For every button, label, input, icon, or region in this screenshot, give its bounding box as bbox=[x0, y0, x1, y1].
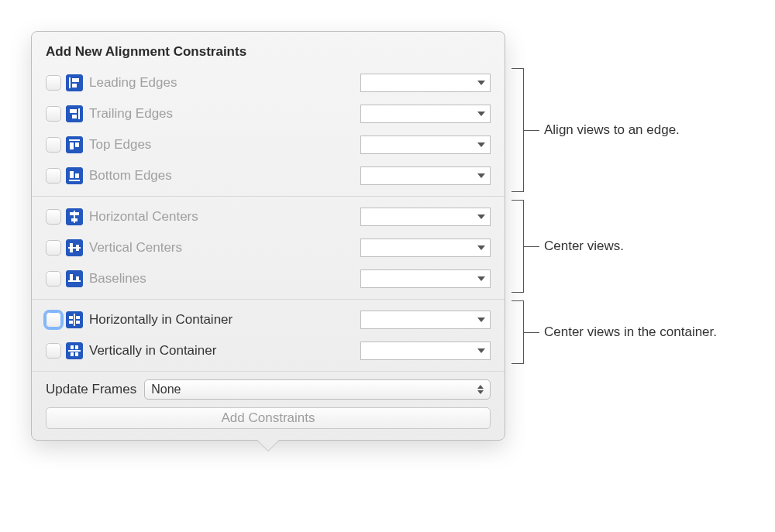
align-vcenter-icon bbox=[66, 239, 83, 256]
align-trailing-icon bbox=[66, 105, 83, 122]
align-hcontainer-icon bbox=[66, 311, 83, 328]
svg-rect-9 bbox=[69, 139, 80, 141]
vertically-in-container-value-field[interactable] bbox=[360, 342, 491, 360]
add-constraints-label: Add Constraints bbox=[222, 410, 315, 426]
horizontal-centers-label: Horizontal Centers bbox=[89, 209, 360, 225]
svg-rect-22 bbox=[70, 243, 73, 252]
alignment-constraints-popover: Add New Alignment Constraints Leading Ed… bbox=[31, 31, 505, 441]
add-constraints-button[interactable]: Add Constraints bbox=[46, 407, 491, 429]
svg-rect-30 bbox=[69, 316, 73, 319]
trailing-edges-checkbox[interactable] bbox=[46, 106, 61, 122]
vertical-centers-label: Vertical Centers bbox=[89, 240, 360, 256]
align-vcontainer-icon bbox=[66, 342, 83, 359]
edge-constraints-section: Leading EdgesTrailing EdgesTop EdgesBott… bbox=[32, 67, 505, 196]
chevron-down-icon bbox=[477, 276, 485, 281]
svg-rect-0 bbox=[66, 74, 83, 91]
vertical-centers-checkbox[interactable] bbox=[46, 240, 61, 256]
constraint-row-horizontal-centers: Horizontal Centers bbox=[46, 201, 491, 232]
align-baseline-icon bbox=[66, 270, 83, 287]
svg-rect-4 bbox=[66, 105, 83, 122]
leading-edges-checkbox[interactable] bbox=[46, 75, 61, 91]
popover-title: Add New Alignment Constraints bbox=[32, 43, 505, 67]
svg-rect-26 bbox=[70, 274, 73, 280]
trailing-edges-value-field[interactable] bbox=[360, 105, 491, 123]
center-constraints-section: Horizontal CentersVertical CentersBaseli… bbox=[32, 196, 505, 299]
horizontally-in-container-value-field[interactable] bbox=[360, 311, 491, 329]
svg-rect-10 bbox=[70, 142, 74, 149]
chevron-down-icon bbox=[477, 317, 485, 322]
container-constraints-section: Horizontally in ContainerVertically in C… bbox=[32, 299, 505, 371]
trailing-edges-label: Trailing Edges bbox=[89, 106, 360, 122]
constraint-row-vertically-in-container: Vertically in Container bbox=[46, 335, 491, 366]
svg-rect-6 bbox=[70, 109, 77, 113]
svg-rect-37 bbox=[71, 352, 74, 356]
horizontally-in-container-label: Horizontally in Container bbox=[89, 312, 360, 328]
update-frames-value: None bbox=[151, 383, 181, 396]
svg-rect-12 bbox=[66, 167, 83, 184]
svg-rect-39 bbox=[75, 352, 78, 356]
bracket-container bbox=[512, 300, 524, 364]
leading-edges-value-field[interactable] bbox=[360, 74, 491, 92]
constraint-row-vertical-centers: Vertical Centers bbox=[46, 232, 491, 263]
vertically-in-container-checkbox[interactable] bbox=[46, 343, 61, 359]
svg-rect-15 bbox=[75, 173, 79, 178]
svg-rect-11 bbox=[75, 142, 79, 147]
chevron-down-icon bbox=[477, 112, 485, 116]
svg-rect-29 bbox=[74, 314, 75, 326]
svg-rect-14 bbox=[70, 171, 74, 178]
vertical-centers-value-field[interactable] bbox=[360, 239, 491, 257]
align-bottom-icon bbox=[66, 167, 83, 184]
chevron-down-icon bbox=[477, 348, 485, 353]
update-frames-select[interactable]: None bbox=[144, 379, 491, 400]
svg-rect-36 bbox=[71, 345, 74, 349]
annotation-edges: Align views to an edge. bbox=[544, 122, 680, 138]
align-hcenter-icon bbox=[66, 208, 83, 225]
baselines-checkbox[interactable] bbox=[46, 271, 61, 287]
svg-rect-2 bbox=[72, 78, 79, 82]
constraint-row-horizontally-in-container: Horizontally in Container bbox=[46, 304, 491, 335]
horizontal-centers-checkbox[interactable] bbox=[46, 209, 61, 225]
bracket-centers bbox=[512, 200, 524, 293]
horizontal-centers-value-field[interactable] bbox=[360, 208, 491, 226]
svg-rect-5 bbox=[78, 108, 80, 119]
svg-rect-32 bbox=[69, 321, 73, 324]
leading-edges-label: Leading Edges bbox=[89, 75, 360, 91]
annotation-container: Center views in the container. bbox=[544, 324, 717, 340]
bottom-edges-checkbox[interactable] bbox=[46, 168, 61, 184]
chevron-down-icon bbox=[477, 142, 485, 147]
top-edges-value-field[interactable] bbox=[360, 136, 491, 154]
svg-rect-19 bbox=[71, 218, 78, 221]
svg-rect-31 bbox=[76, 316, 80, 319]
svg-rect-25 bbox=[68, 280, 81, 282]
svg-rect-24 bbox=[66, 270, 83, 287]
baselines-label: Baselines bbox=[89, 271, 360, 287]
horizontally-in-container-checkbox[interactable] bbox=[46, 312, 61, 328]
chevron-down-icon bbox=[477, 81, 485, 85]
update-frames-row: Update Frames None bbox=[32, 371, 505, 400]
svg-rect-18 bbox=[70, 212, 79, 215]
svg-rect-7 bbox=[72, 115, 77, 118]
constraint-row-leading-edges: Leading Edges bbox=[46, 67, 491, 98]
constraint-row-bottom-edges: Bottom Edges bbox=[46, 160, 491, 191]
top-edges-checkbox[interactable] bbox=[46, 137, 61, 153]
vertically-in-container-label: Vertically in Container bbox=[89, 343, 360, 359]
align-top-icon bbox=[66, 136, 83, 153]
bottom-edges-value-field[interactable] bbox=[360, 166, 491, 185]
constraint-row-trailing-edges: Trailing Edges bbox=[46, 98, 491, 129]
chevron-down-icon bbox=[477, 215, 485, 219]
svg-rect-27 bbox=[76, 276, 79, 280]
stepper-icon bbox=[477, 385, 484, 394]
svg-rect-1 bbox=[69, 77, 71, 88]
svg-rect-35 bbox=[68, 350, 81, 352]
baselines-value-field[interactable] bbox=[360, 269, 491, 288]
top-edges-label: Top Edges bbox=[89, 137, 360, 153]
chevron-down-icon bbox=[477, 245, 485, 250]
constraint-row-top-edges: Top Edges bbox=[46, 129, 491, 160]
svg-rect-8 bbox=[66, 136, 83, 153]
svg-rect-23 bbox=[76, 245, 79, 251]
update-frames-label: Update Frames bbox=[46, 382, 136, 397]
constraint-row-baselines: Baselines bbox=[46, 263, 491, 294]
svg-rect-38 bbox=[75, 345, 78, 349]
bottom-edges-label: Bottom Edges bbox=[89, 168, 360, 184]
chevron-down-icon bbox=[477, 173, 485, 178]
